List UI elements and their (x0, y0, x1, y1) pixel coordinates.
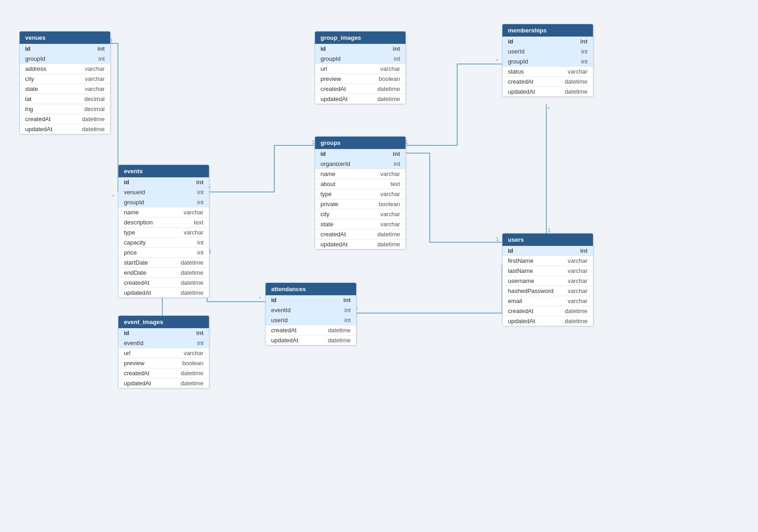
table-events: events id int venueId int groupId int na… (118, 165, 209, 298)
table-row: username varchar (502, 276, 593, 286)
table-row: name varchar (118, 207, 209, 218)
table-row: groupId int (315, 54, 406, 64)
table-row: updatedAt datetime (118, 378, 209, 388)
table-row: updatedAt datetime (118, 288, 209, 298)
table-row: city varchar (20, 74, 110, 84)
table-row: preview boolean (315, 74, 406, 84)
table-users-header: users (502, 234, 593, 246)
table-row: state varchar (315, 219, 406, 229)
table-row: preview boolean (118, 358, 209, 368)
table-row: lat decimal (20, 94, 110, 104)
table-row: updatedAt datetime (20, 124, 110, 134)
table-row: groupId int (118, 197, 209, 207)
table-row: updatedAt datetime (266, 335, 356, 345)
table-row: lastName varchar (502, 266, 593, 276)
table-row: userId int (502, 47, 593, 57)
table-row: hashedPassword varchar (502, 286, 593, 296)
table-row: createdAt datetime (502, 306, 593, 316)
svg-text:*: * (496, 58, 498, 64)
table-group-images: group_images id int groupId int url varc… (315, 31, 406, 104)
table-row: private boolean (315, 199, 406, 209)
table-attendances-header: attendances (266, 283, 356, 295)
table-row: price int (118, 248, 209, 258)
table-row: status varchar (502, 67, 593, 77)
table-groups-header: groups (315, 137, 406, 149)
table-row: url varchar (118, 348, 209, 358)
table-row: createdAt datetime (315, 229, 406, 239)
table-row: email varchar (502, 296, 593, 306)
table-row: id int (118, 177, 209, 187)
table-venues-header: venues (20, 32, 110, 44)
table-row: url varchar (315, 64, 406, 74)
table-row: createdAt datetime (315, 84, 406, 94)
table-row: id int (118, 328, 209, 338)
table-row: id int (315, 44, 406, 54)
table-attendances: attendances id int eventId int userId in… (265, 282, 357, 346)
table-row: id int (266, 295, 356, 305)
table-row: address varchar (20, 64, 110, 74)
table-row: endDate datetime (118, 268, 209, 278)
table-row: firstName varchar (502, 256, 593, 266)
table-group-images-header: group_images (315, 32, 406, 44)
table-row: city varchar (315, 209, 406, 219)
table-row: type varchar (315, 189, 406, 199)
table-row: state varchar (20, 84, 110, 94)
table-row: description text (118, 218, 209, 228)
table-row: startDate datetime (118, 258, 209, 268)
table-row: userId int (266, 315, 356, 325)
table-row: updatedAt datetime (315, 94, 406, 104)
table-row: id int (502, 246, 593, 256)
table-row: about text (315, 179, 406, 189)
table-groups: groups id int organizerId int name varch… (315, 136, 406, 250)
table-row: lng decimal (20, 104, 110, 114)
table-venues: venues id int groupId int address varcha… (19, 31, 111, 134)
table-row: venueId int (118, 187, 209, 197)
table-row: createdAt datetime (118, 368, 209, 378)
table-row: groupId int (20, 54, 110, 64)
table-row: updatedAt datetime (315, 239, 406, 249)
svg-text:1: 1 (496, 236, 499, 242)
erd-diagram: 1 * * 1 1 * 1 * 1 * * 1 1 * * 1 * 1 (0, 0, 758, 532)
table-row: id int (315, 149, 406, 159)
table-memberships: memberships id int userId int groupId in… (502, 24, 593, 97)
table-event-images: event_images id int eventId int url varc… (118, 315, 209, 388)
table-row: id int (20, 44, 110, 54)
table-users: users id int firstName varchar lastName … (502, 233, 593, 326)
table-row: name varchar (315, 169, 406, 179)
table-event-images-header: event_images (118, 316, 209, 328)
table-row: organizerId int (315, 159, 406, 169)
table-row: updatedAt datetime (502, 87, 593, 96)
table-row: type varchar (118, 228, 209, 238)
svg-text:*: * (112, 194, 114, 199)
table-row: capacity int (118, 238, 209, 248)
table-memberships-header: memberships (502, 24, 593, 37)
table-row: groupId int (502, 57, 593, 67)
table-row: createdAt datetime (20, 114, 110, 124)
table-row: createdAt datetime (502, 77, 593, 87)
table-row: eventId int (266, 305, 356, 315)
svg-text:*: * (548, 106, 550, 112)
table-row: createdAt datetime (118, 278, 209, 288)
table-row: id int (502, 37, 593, 47)
table-row: updatedAt datetime (502, 316, 593, 326)
table-row: createdAt datetime (266, 325, 356, 335)
svg-text:1: 1 (548, 228, 550, 233)
table-row: eventId int (118, 338, 209, 348)
svg-text:*: * (259, 296, 261, 301)
table-events-header: events (118, 165, 209, 177)
